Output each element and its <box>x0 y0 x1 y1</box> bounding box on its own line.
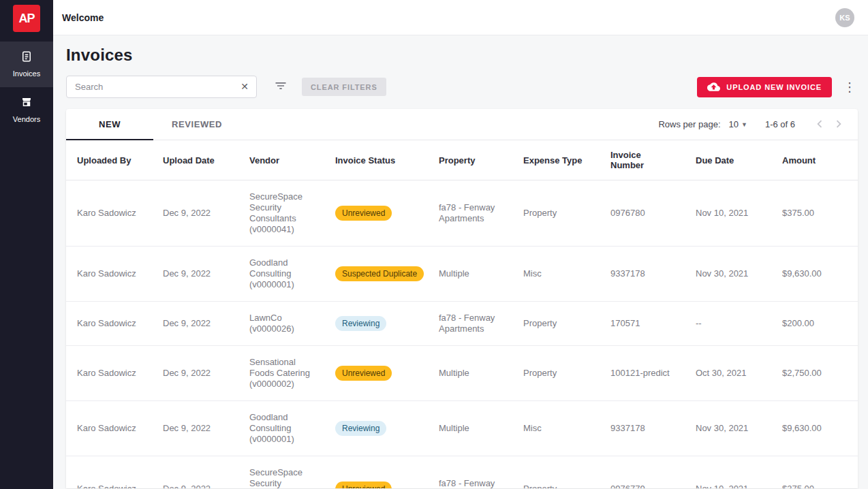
col-uploaded-by: Uploaded By <box>66 140 152 180</box>
main-content: Invoices ✕ CLEAR FILTERS UPLOAD NEW INVO… <box>53 35 868 489</box>
sidebar-item-vendors[interactable]: Vendors <box>0 87 53 133</box>
search-input[interactable] <box>66 76 257 98</box>
cell-vendor: Goodland Consulting (v0000001) <box>238 247 324 302</box>
cell-invoice-status: Unreviewed <box>324 456 428 489</box>
cell-upload-date: Dec 9, 2022 <box>152 401 238 456</box>
cell-amount: $200.00 <box>771 302 858 346</box>
cell-expense-type: Property <box>512 180 600 247</box>
cell-expense-type: Property <box>512 346 600 401</box>
sidebar-item-label: Vendors <box>13 115 40 123</box>
cell-due-date: Nov 10, 2021 <box>685 456 771 489</box>
toolbar: ✕ CLEAR FILTERS UPLOAD NEW INVOICE ⋮ <box>66 76 858 98</box>
cell-property: fa78 - Fenway Apartments <box>428 302 512 346</box>
cell-amount: $375.00 <box>771 180 858 247</box>
col-due-date: Due Date <box>685 140 771 180</box>
col-expense-type: Expense Type <box>512 140 600 180</box>
cell-vendor: LawnCo (v0000026) <box>238 302 324 346</box>
cell-due-date: Nov 30, 2021 <box>685 401 771 456</box>
page-title: Invoices <box>66 46 858 65</box>
cell-amount: $375.00 <box>771 456 858 489</box>
cell-property: fa78 - Fenway Apartments <box>428 180 512 247</box>
cell-due-date: Oct 30, 2021 <box>685 346 771 401</box>
table-header-row: Uploaded By Upload Date Vendor Invoice S… <box>66 140 858 180</box>
col-invoice-status: Invoice Status <box>324 140 428 180</box>
status-badge: Unreviewed <box>335 482 392 488</box>
cell-due-date: Nov 30, 2021 <box>685 247 771 302</box>
cell-vendor: Sensational Foods Catering (v0000002) <box>238 346 324 401</box>
cell-vendor: SecureSpace Security Consultants (v00000… <box>238 456 324 489</box>
cell-upload-date: Dec 9, 2022 <box>152 302 238 346</box>
status-badge: Unreviewed <box>335 366 392 381</box>
cell-invoice-status: Reviewing <box>324 401 428 456</box>
caret-down-icon: ▼ <box>741 121 747 128</box>
status-badge: Unreviewed <box>335 206 392 221</box>
storefront-icon <box>3 96 50 110</box>
table-row[interactable]: Karo Sadowicz Dec 9, 2022 Goodland Consu… <box>66 401 858 456</box>
status-badge: Suspected Duplicate <box>335 266 424 281</box>
cell-upload-date: Dec 9, 2022 <box>152 346 238 401</box>
cell-invoice-number: 9337178 <box>600 247 685 302</box>
previous-page-icon[interactable] <box>810 115 829 134</box>
rows-per-page-select[interactable]: 10 ▼ <box>729 119 747 129</box>
upload-new-invoice-button[interactable]: UPLOAD NEW INVOICE <box>697 77 832 97</box>
invoices-table: Uploaded By Upload Date Vendor Invoice S… <box>66 140 858 488</box>
status-badge: Reviewing <box>335 421 386 436</box>
cell-vendor: SecureSpace Security Consultants (v00000… <box>238 180 324 247</box>
cell-uploaded-by: Karo Sadowicz <box>66 247 152 302</box>
cell-uploaded-by: Karo Sadowicz <box>66 401 152 456</box>
cell-invoice-number: 100121-predict <box>600 346 685 401</box>
filter-icon[interactable] <box>269 77 292 97</box>
clear-search-icon[interactable]: ✕ <box>238 80 251 93</box>
table-row[interactable]: Karo Sadowicz Dec 9, 2022 SecureSpace Se… <box>66 180 858 247</box>
cell-property: Multiple <box>428 401 512 456</box>
more-options-icon[interactable]: ⋮ <box>841 78 858 97</box>
table-row[interactable]: Karo Sadowicz Dec 9, 2022 Sensational Fo… <box>66 346 858 401</box>
cell-expense-type: Misc <box>512 247 600 302</box>
sidebar-item-label: Invoices <box>13 69 40 78</box>
tab-bar: NEW REVIEWED Rows per page: 10 ▼ 1-6 of … <box>66 109 858 140</box>
table-row[interactable]: Karo Sadowicz Dec 9, 2022 LawnCo (v00000… <box>66 302 858 346</box>
cell-invoice-number: 9337178 <box>600 401 685 456</box>
cell-expense-type: Misc <box>512 401 600 456</box>
invoice-table-body: Karo Sadowicz Dec 9, 2022 SecureSpace Se… <box>66 180 858 489</box>
cell-invoice-number: 0976780 <box>600 180 685 247</box>
cell-due-date: -- <box>685 302 771 346</box>
invoices-card: NEW REVIEWED Rows per page: 10 ▼ 1-6 of … <box>66 109 858 488</box>
rows-per-page-label: Rows per page: <box>658 119 720 129</box>
cell-uploaded-by: Karo Sadowicz <box>66 456 152 489</box>
pagination-range: 1-6 of 6 <box>765 119 795 129</box>
table-row[interactable]: Karo Sadowicz Dec 9, 2022 SecureSpace Se… <box>66 456 858 489</box>
next-page-icon[interactable] <box>829 115 848 134</box>
user-avatar[interactable]: KS <box>835 8 854 27</box>
col-invoice-number: Invoice Number <box>600 140 685 180</box>
cell-amount: $9,630.00 <box>771 247 858 302</box>
cell-upload-date: Dec 9, 2022 <box>152 247 238 302</box>
app-logo[interactable]: AP <box>13 5 40 32</box>
cell-expense-type: Property <box>512 456 600 489</box>
cell-amount: $2,750.00 <box>771 346 858 401</box>
top-bar: Welcome KS <box>53 0 868 35</box>
cell-expense-type: Property <box>512 302 600 346</box>
cloud-upload-icon <box>707 82 720 92</box>
cell-uploaded-by: Karo Sadowicz <box>66 180 152 247</box>
welcome-title: Welcome <box>62 12 104 23</box>
col-vendor: Vendor <box>238 140 324 180</box>
cell-invoice-number: 170571 <box>600 302 685 346</box>
cell-vendor: Goodland Consulting (v0000001) <box>238 401 324 456</box>
cell-property: Multiple <box>428 346 512 401</box>
cell-uploaded-by: Karo Sadowicz <box>66 302 152 346</box>
cell-uploaded-by: Karo Sadowicz <box>66 346 152 401</box>
status-badge: Reviewing <box>335 316 386 331</box>
tab-new[interactable]: NEW <box>66 109 153 140</box>
tab-reviewed[interactable]: REVIEWED <box>153 109 241 140</box>
cell-invoice-status: Reviewing <box>324 302 428 346</box>
cell-upload-date: Dec 9, 2022 <box>152 180 238 247</box>
clear-filters-button[interactable]: CLEAR FILTERS <box>302 78 386 96</box>
col-upload-date: Upload Date <box>152 140 238 180</box>
cell-upload-date: Dec 9, 2022 <box>152 456 238 489</box>
sidebar-item-invoices[interactable]: Invoices <box>0 42 53 87</box>
cell-due-date: Nov 10, 2021 <box>685 180 771 247</box>
col-property: Property <box>428 140 512 180</box>
cell-invoice-status: Unreviewed <box>324 180 428 247</box>
table-row[interactable]: Karo Sadowicz Dec 9, 2022 Goodland Consu… <box>66 247 858 302</box>
